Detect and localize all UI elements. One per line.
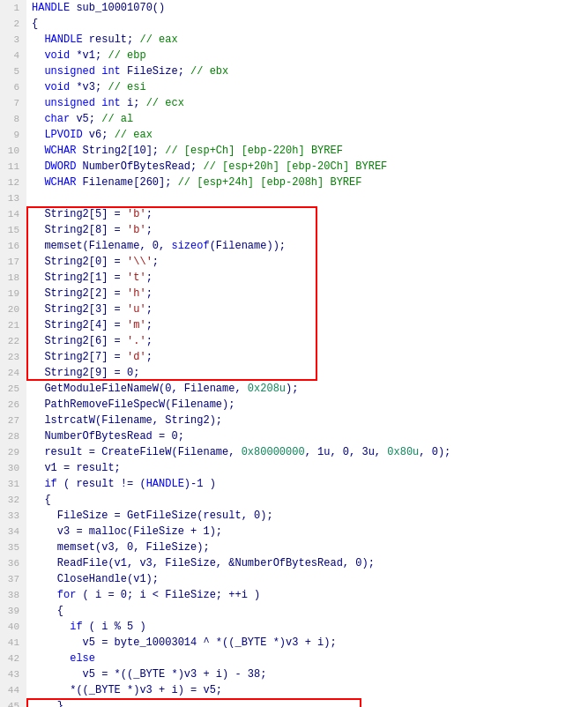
line-content: char v5; // al — [26, 111, 588, 127]
line-number: 41 — [0, 635, 26, 651]
line-content: } — [26, 698, 588, 707]
line-number: 19 — [0, 286, 26, 301]
table-row: 45 } — [0, 698, 588, 707]
table-row: 42 else — [0, 651, 588, 666]
line-content: *((_BYTE *)v3 + i) = v5; — [26, 682, 588, 698]
line-number: 5 — [0, 63, 26, 79]
table-row: 28 NumberOfBytesRead = 0; — [0, 428, 588, 444]
line-content: String2[6] = '.'; — [26, 333, 588, 349]
line-content: DWORD NumberOfBytesRead; // [esp+20h] [e… — [26, 159, 588, 175]
line-content: memset(v3, 0, FileSize); — [26, 540, 588, 555]
table-row: 30 v1 = result; — [0, 460, 588, 476]
line-content: { — [26, 16, 588, 32]
table-row: 35 memset(v3, 0, FileSize); — [0, 540, 588, 555]
line-content: String2[8] = 'b'; — [26, 222, 588, 238]
table-row: 2{ — [0, 16, 588, 32]
line-number: 15 — [0, 222, 26, 238]
line-number: 27 — [0, 413, 26, 428]
line-content: else — [26, 651, 588, 666]
line-content: ReadFile(v1, v3, FileSize, &NumberOfByte… — [26, 555, 588, 571]
line-content: result = CreateFileW(Filename, 0x8000000… — [26, 444, 588, 460]
line-number: 34 — [0, 524, 26, 540]
line-content: { — [26, 603, 588, 619]
table-row: 34 v3 = malloc(FileSize + 1); — [0, 524, 588, 540]
line-number: 30 — [0, 460, 26, 476]
line-number: 20 — [0, 301, 26, 317]
line-number: 29 — [0, 444, 26, 460]
table-row: 38 for ( i = 0; i < FileSize; ++i ) — [0, 587, 588, 603]
table-row: 41 v5 = byte_10003014 ^ *((_BYTE *)v3 + … — [0, 635, 588, 651]
table-row: 27 lstrcatW(Filename, String2); — [0, 413, 588, 428]
line-content: HANDLE sub_10001070() — [26, 0, 588, 16]
line-content: GetModuleFileNameW(0, Filename, 0x208u); — [26, 381, 588, 397]
line-content: CloseHandle(v1); — [26, 571, 588, 587]
line-content: LPVOID v6; // eax — [26, 127, 588, 143]
line-content: memset(Filename, 0, sizeof(Filename)); — [26, 238, 588, 254]
table-row: 44 *((_BYTE *)v3 + i) = v5; — [0, 682, 588, 698]
table-row: 21 String2[4] = 'm'; — [0, 317, 588, 333]
table-row: 7 unsigned int i; // ecx — [0, 95, 588, 111]
line-content: { — [26, 492, 588, 508]
line-number: 18 — [0, 270, 26, 286]
table-row: 31 if ( result != (HANDLE)-1 ) — [0, 476, 588, 492]
line-number: 32 — [0, 492, 26, 508]
line-number: 21 — [0, 317, 26, 333]
table-row: 40 if ( i % 5 ) — [0, 619, 588, 635]
table-row: 43 v5 = *((_BYTE *)v3 + i) - 38; — [0, 666, 588, 682]
table-row: 4 void *v1; // ebp — [0, 48, 588, 63]
line-number: 36 — [0, 555, 26, 571]
line-content: void *v1; // ebp — [26, 48, 588, 63]
line-number: 4 — [0, 48, 26, 63]
table-row: 23 String2[7] = 'd'; — [0, 349, 588, 365]
table-row: 33 FileSize = GetFileSize(result, 0); — [0, 508, 588, 524]
line-number: 3 — [0, 32, 26, 48]
line-number: 9 — [0, 127, 26, 143]
line-number: 13 — [0, 190, 26, 206]
line-content: void *v3; // esi — [26, 79, 588, 95]
line-content: v1 = result; — [26, 460, 588, 476]
line-content: unsigned int FileSize; // ebx — [26, 63, 588, 79]
table-row: 24 String2[9] = 0; — [0, 365, 588, 381]
line-number: 45 — [0, 698, 26, 707]
line-content: v5 = *((_BYTE *)v3 + i) - 38; — [26, 666, 588, 682]
table-row: 10 WCHAR String2[10]; // [esp+Ch] [ebp-2… — [0, 143, 588, 159]
lines-wrapper: 1HANDLE sub_10001070()2{3 HANDLE result;… — [0, 0, 588, 707]
table-row: 37 CloseHandle(v1); — [0, 571, 588, 587]
table-row: 6 void *v3; // esi — [0, 79, 588, 95]
table-row: 3 HANDLE result; // eax — [0, 32, 588, 48]
table-row: 29 result = CreateFileW(Filename, 0x8000… — [0, 444, 588, 460]
line-number: 6 — [0, 79, 26, 95]
line-number: 22 — [0, 333, 26, 349]
line-number: 43 — [0, 666, 26, 682]
line-number: 35 — [0, 540, 26, 555]
line-number: 10 — [0, 143, 26, 159]
line-content: String2[9] = 0; — [26, 365, 588, 381]
line-content: if ( result != (HANDLE)-1 ) — [26, 476, 588, 492]
table-row: 11 DWORD NumberOfBytesRead; // [esp+20h]… — [0, 159, 588, 175]
line-number: 24 — [0, 365, 26, 381]
table-row: 5 unsigned int FileSize; // ebx — [0, 63, 588, 79]
line-number: 14 — [0, 206, 26, 222]
table-row: 22 String2[6] = '.'; — [0, 333, 588, 349]
line-number: 1 — [0, 0, 26, 16]
line-number: 17 — [0, 254, 26, 270]
line-content: String2[0] = '\\'; — [26, 254, 588, 270]
line-number: 26 — [0, 397, 26, 413]
line-content: v3 = malloc(FileSize + 1); — [26, 524, 588, 540]
line-number: 7 — [0, 95, 26, 111]
line-content: HANDLE result; // eax — [26, 32, 588, 48]
line-number: 33 — [0, 508, 26, 524]
line-number: 12 — [0, 175, 26, 190]
line-number: 11 — [0, 159, 26, 175]
table-row: 8 char v5; // al — [0, 111, 588, 127]
line-content: lstrcatW(Filename, String2); — [26, 413, 588, 428]
table-row: 13 — [0, 190, 588, 206]
line-number: 8 — [0, 111, 26, 127]
line-content: WCHAR Filename[260]; // [esp+24h] [ebp-2… — [26, 175, 588, 190]
line-content: v5 = byte_10003014 ^ *((_BYTE *)v3 + i); — [26, 635, 588, 651]
table-row: 16 memset(Filename, 0, sizeof(Filename))… — [0, 238, 588, 254]
table-row: 15 String2[8] = 'b'; — [0, 222, 588, 238]
code-container: 1HANDLE sub_10001070()2{3 HANDLE result;… — [0, 0, 588, 707]
line-number: 28 — [0, 428, 26, 444]
line-content: FileSize = GetFileSize(result, 0); — [26, 508, 588, 524]
